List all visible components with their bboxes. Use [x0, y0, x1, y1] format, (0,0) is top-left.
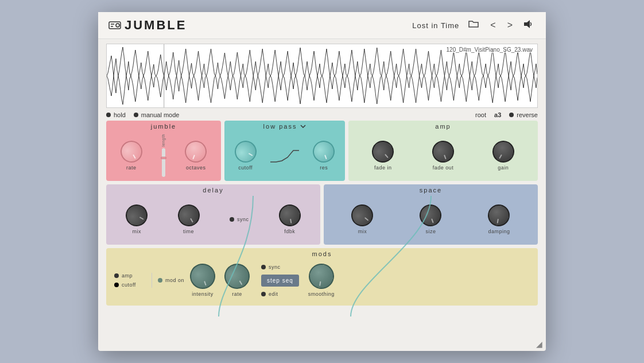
mods-intensity-label: intensity — [192, 291, 214, 297]
transport-left: hold manual mode — [106, 111, 179, 118]
length-label: length — [161, 134, 165, 146]
plugin-window: JUMBLE Lost in Time < > 120_D#m_VisitPia… — [98, 12, 546, 351]
space-title: space — [324, 184, 538, 196]
mods-rate-knob[interactable] — [220, 259, 254, 294]
svg-marker-4 — [524, 20, 530, 28]
step-seq-button[interactable]: step seq — [261, 275, 299, 287]
waveform-filename: 120_D#m_VisitPiano_SG_23.wav — [447, 47, 533, 53]
space-mix-knob-group: mix — [351, 204, 373, 234]
filter-cutoff-knob[interactable] — [231, 137, 261, 167]
space-mix-knob[interactable] — [347, 200, 378, 231]
mods-amp-target[interactable]: amp — [114, 273, 149, 279]
delay-mix-label: mix — [132, 229, 141, 234]
amp-fade-out-label: fade out — [433, 165, 454, 171]
mods-amp-label: amp — [122, 273, 133, 279]
section-filter: low pass cutoff re — [224, 121, 345, 181]
header: JUMBLE Lost in Time < > — [98, 12, 546, 39]
row-top: jumble rate length octaves — [106, 121, 538, 181]
mods-edit-control[interactable]: edit — [261, 291, 278, 297]
length-slider-thumb — [161, 157, 166, 159]
jumble-title: jumble — [106, 121, 221, 132]
manual-mode-dot — [134, 113, 138, 117]
mods-edit-label: edit — [269, 291, 278, 297]
mods-cutoff-target[interactable]: cutoff — [114, 282, 149, 288]
section-amp: amp fade in fade out gain — [348, 121, 538, 181]
prev-preset-button[interactable]: < — [488, 19, 498, 32]
space-damping-knob-group: damping — [488, 204, 510, 234]
filter-title-area: low pass — [224, 121, 345, 132]
mods-smoothing-label: smoothing — [308, 291, 335, 297]
manual-mode-control[interactable]: manual mode — [134, 111, 180, 118]
filter-title: low pass — [263, 123, 297, 130]
mods-sync-label: sync — [269, 264, 281, 270]
manual-mode-label: manual mode — [141, 111, 180, 118]
mods-cutoff-label: cutoff — [122, 282, 136, 288]
space-damping-knob[interactable] — [486, 202, 511, 227]
amp-fade-out-knob[interactable] — [429, 137, 457, 165]
folder-button[interactable] — [466, 19, 481, 32]
mods-smoothing-group: smoothing — [308, 264, 335, 297]
volume-button[interactable] — [522, 18, 536, 32]
delay-title: delay — [106, 184, 320, 196]
mods-cutoff-dot — [114, 283, 119, 287]
filter-res-knob[interactable] — [310, 137, 338, 165]
transport-bar: hold manual mode root a3 reverse — [98, 110, 546, 121]
cutoff-knob-group: cutoff — [235, 141, 257, 171]
length-slider-area: length — [161, 134, 165, 176]
delay-time-label: time — [183, 229, 194, 234]
length-slider[interactable] — [162, 148, 165, 177]
delay-mix-knob-group: mix — [126, 204, 148, 234]
gain-knob-group: gain — [492, 141, 514, 171]
transport-right: root a3 reverse — [475, 111, 538, 118]
root-label: root — [475, 111, 486, 118]
resize-handle[interactable]: ◢ — [536, 339, 542, 349]
filter-curve — [267, 145, 302, 167]
delay-mix-knob[interactable] — [122, 200, 152, 230]
mods-intensity-knob[interactable] — [187, 260, 219, 292]
delay-fdbk-knob[interactable] — [277, 202, 302, 227]
mods-sync-control[interactable]: sync — [261, 264, 281, 270]
root-value: a3 — [494, 111, 501, 118]
delay-knob-row: mix time sync fdbk — [106, 196, 320, 245]
jumble-octaves-label: octaves — [186, 165, 206, 171]
next-preset-button[interactable]: > — [505, 19, 515, 32]
delay-time-knob-group: time — [178, 204, 200, 234]
logo-area: JUMBLE — [108, 18, 187, 33]
jumble-rate-knob[interactable] — [117, 137, 146, 167]
mods-sync-dot — [261, 265, 266, 269]
delay-sync-group: sync — [230, 217, 249, 222]
mods-body: amp cutoff mod on in — [106, 260, 538, 306]
amp-gain-knob[interactable] — [488, 137, 518, 167]
mods-targets: amp cutoff — [112, 273, 152, 288]
mods-title: mods — [106, 248, 538, 260]
mods-amp-dot — [114, 273, 119, 278]
space-size-knob-group: size — [420, 204, 441, 234]
folder-icon — [468, 20, 479, 28]
mods-intensity-group: intensity — [190, 264, 215, 297]
mods-smoothing-knob[interactable] — [307, 262, 336, 291]
reverse-label: reverse — [517, 111, 538, 118]
mods-rate-group: rate — [224, 264, 250, 297]
chevron-down-icon — [300, 124, 306, 129]
jumble-octaves-knob[interactable] — [182, 137, 210, 165]
hold-control[interactable]: hold — [106, 111, 126, 118]
volume-icon — [524, 20, 533, 29]
filter-cutoff-label: cutoff — [238, 165, 253, 171]
jumble-knob-row: rate length octaves — [106, 132, 221, 181]
space-size-label: size — [425, 229, 436, 234]
delay-fdbk-knob-group: fdbk — [279, 204, 301, 234]
space-size-knob[interactable] — [417, 201, 445, 229]
mod-on-label: mod on — [165, 277, 184, 283]
amp-fade-in-label: fade in — [374, 165, 392, 171]
section-space: space mix size damping — [324, 184, 538, 245]
waveform-area[interactable]: 120_D#m_VisitPiano_SG_23.wav — [106, 44, 538, 108]
mod-on-control[interactable]: mod on — [158, 277, 184, 283]
amp-fade-in-knob[interactable] — [368, 136, 399, 167]
delay-sync-row[interactable]: sync — [230, 217, 249, 222]
jumble-rate-label: rate — [126, 165, 137, 171]
reverse-control[interactable]: reverse — [509, 111, 538, 118]
space-damping-label: damping — [488, 229, 510, 234]
hold-dot — [106, 113, 111, 117]
delay-time-knob[interactable] — [174, 200, 204, 230]
header-right: Lost in Time < > — [412, 18, 536, 32]
